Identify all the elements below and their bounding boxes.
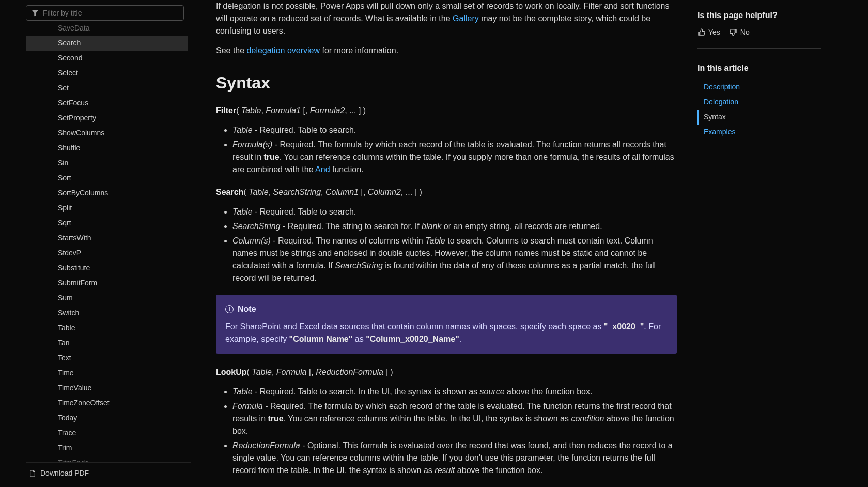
list-item: Table - Required. Table to search. [233,124,677,136]
nav-list[interactable]: SaveDataSearchSecondSelectSetSetFocusSet… [26,25,191,462]
list-item: Formula(s) - Required. The formula by wh… [233,139,677,176]
download-icon [29,470,36,477]
note-callout: i Note For SharePoint and Excel data sou… [216,295,677,354]
gallery-link[interactable]: Gallery [453,14,479,23]
sidebar-item-switch[interactable]: Switch [26,306,188,321]
toc-item-delegation[interactable]: Delegation [698,95,822,110]
sidebar-item-today[interactable]: Today [26,410,188,425]
feedback-yes[interactable]: Yes [698,27,720,38]
sidebar-item-tan[interactable]: Tan [26,336,188,351]
sidebar-item-search[interactable]: Search [26,36,188,51]
sidebar-item-second[interactable]: Second [26,51,188,66]
sidebar-item-trim[interactable]: Trim [26,440,188,455]
thumbs-down-icon [730,28,737,36]
search-signature: Search( Table, SearchString, Column1 [, … [216,186,677,199]
sidebar-item-sortbycolumns[interactable]: SortByColumns [26,186,188,201]
sidebar-item-table[interactable]: Table [26,321,188,336]
sidebar-item-select[interactable]: Select [26,66,188,81]
main-content: If delegation is not possible, Power App… [191,0,698,487]
sidebar-item-submitform[interactable]: SubmitForm [26,276,188,291]
sidebar-item-sin[interactable]: Sin [26,156,188,171]
search-params: Table - Required. Table to search. Searc… [216,206,677,284]
thumbs-up-icon [698,28,705,36]
sidebar-item-savedata[interactable]: SaveData [26,25,188,36]
list-item: Table - Required. Table to search. [233,206,677,218]
sidebar-item-substitute[interactable]: Substitute [26,261,188,276]
delegation-link[interactable]: delegation overview [247,46,320,55]
download-label: Download PDF [40,468,89,479]
filter-box[interactable] [26,5,184,21]
sidebar-item-sort[interactable]: Sort [26,171,188,186]
sidebar-item-set[interactable]: Set [26,81,188,96]
sidebar-item-startswith[interactable]: StartsWith [26,231,188,246]
see-paragraph: See the delegation overview for more inf… [216,44,677,57]
download-pdf[interactable]: Download PDF [26,462,191,487]
sidebar-item-split[interactable]: Split [26,201,188,216]
feedback-heading: Is this page helpful? [698,9,822,22]
delegation-paragraph: If delegation is not possible, Power App… [216,0,677,37]
sidebar-item-trace[interactable]: Trace [26,425,188,440]
toc-item-description[interactable]: Description [698,80,822,95]
sidebar-item-timezoneoffset[interactable]: TimeZoneOffset [26,395,188,410]
feedback-no[interactable]: No [730,27,750,38]
sidebar-item-shuffle[interactable]: Shuffle [26,141,188,156]
note-body: For SharePoint and Excel data sources th… [225,321,668,345]
filter-params: Table - Required. Table to search. Formu… [216,124,677,176]
and-link[interactable]: And [315,165,330,174]
sidebar: SaveDataSearchSecondSelectSetSetFocusSet… [0,0,191,487]
toc-list: DescriptionDelegationSyntaxExamples [698,80,822,140]
info-icon: i [225,305,234,313]
list-item: ReductionFormula - Optional. This formul… [233,439,677,477]
sidebar-item-sum[interactable]: Sum [26,291,188,306]
note-heading: i Note [225,303,668,315]
filter-input[interactable] [43,9,178,17]
lookup-params: Table - Required. Table to search. In th… [216,386,677,477]
feedback-buttons: Yes No [698,27,822,49]
toc-item-syntax[interactable]: Syntax [698,110,822,125]
sidebar-item-setfocus[interactable]: SetFocus [26,96,188,111]
list-item: Table - Required. Table to search. In th… [233,386,677,398]
sidebar-item-timevalue[interactable]: TimeValue [26,381,188,395]
sidebar-item-text[interactable]: Text [26,351,188,366]
list-item: Formula - Required. The formula by which… [233,400,677,437]
sidebar-item-setproperty[interactable]: SetProperty [26,111,188,126]
lookup-signature: LookUp( Table, Formula [, ReductionFormu… [216,366,677,378]
sidebar-item-time[interactable]: Time [26,366,188,381]
list-item: Column(s) - Required. The names of colum… [233,235,677,284]
toc-heading: In this article [698,62,822,74]
toc-item-examples[interactable]: Examples [698,125,822,140]
filter-icon [32,9,39,17]
right-rail: Is this page helpful? Yes No In this art… [698,0,832,487]
sidebar-item-stdevp[interactable]: StdevP [26,246,188,261]
sidebar-item-trimends[interactable]: TrimEnds [26,455,188,462]
list-item: SearchString - Required. The string to s… [233,220,677,233]
sidebar-item-showcolumns[interactable]: ShowColumns [26,126,188,141]
sidebar-item-sqrt[interactable]: Sqrt [26,216,188,231]
filter-signature: Filter( Table, Formula1 [, Formula2, ...… [216,104,677,117]
syntax-heading: Syntax [216,70,677,95]
